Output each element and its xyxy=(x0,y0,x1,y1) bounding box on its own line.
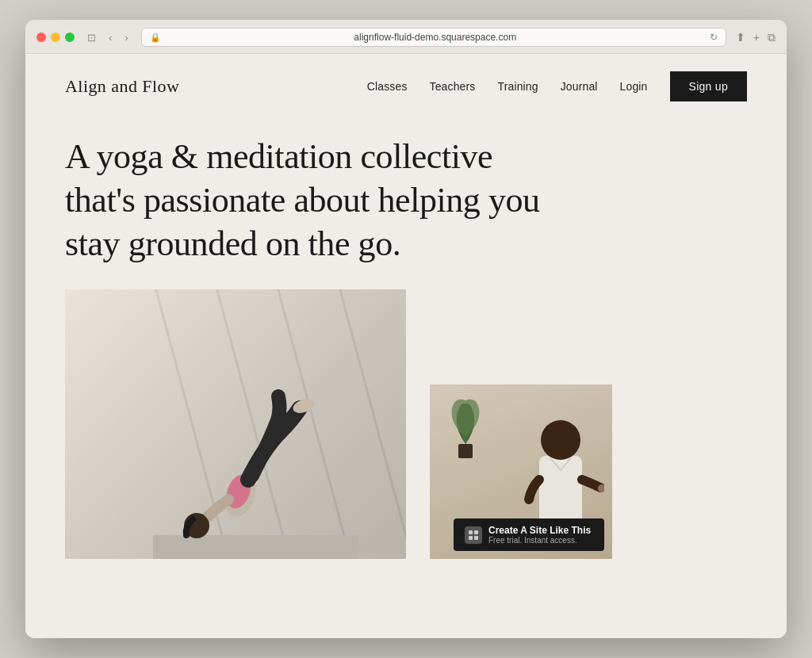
images-section: Create A Site Like This Free trial. Inst… xyxy=(25,289,787,638)
nav-links: Classes Teachers Training Journal Login … xyxy=(367,71,747,101)
nav-login[interactable]: Login xyxy=(620,80,648,93)
browser-window: ⊡ ‹ › 🔒 alignflow-fluid-demo.squarespace… xyxy=(25,20,787,638)
tabs-icon[interactable]: ⧉ xyxy=(768,31,776,44)
refresh-icon[interactable]: ↻ xyxy=(710,32,718,43)
hero-headline: A yoga & meditation collective that's pa… xyxy=(65,135,541,266)
signup-button[interactable]: Sign up xyxy=(670,71,747,101)
site-nav: Align and Flow Classes Teachers Training… xyxy=(25,54,787,119)
fullscreen-button[interactable] xyxy=(65,33,75,42)
close-button[interactable] xyxy=(36,33,46,42)
svg-rect-9 xyxy=(469,530,473,534)
minimize-button[interactable] xyxy=(51,33,60,42)
svg-point-7 xyxy=(541,420,580,460)
yoga-person-svg xyxy=(153,321,359,559)
squarespace-badge[interactable]: Create A Site Like This Free trial. Inst… xyxy=(454,518,604,551)
back-button[interactable]: ‹ xyxy=(105,30,115,45)
browser-navigation: ⊡ ‹ › xyxy=(84,30,132,45)
sidebar-toggle-icon[interactable]: ⊡ xyxy=(84,30,99,45)
site-logo[interactable]: Align and Flow xyxy=(65,76,179,97)
squarespace-logo-icon xyxy=(465,526,482,544)
badge-text: Create A Site Like This Free trial. Inst… xyxy=(488,525,591,545)
address-bar[interactable]: 🔒 alignflow-fluid-demo.squarespace.com ↻ xyxy=(141,28,726,47)
plant-svg xyxy=(438,388,493,460)
hero-section: A yoga & meditation collective that's pa… xyxy=(25,119,787,289)
nav-journal[interactable]: Journal xyxy=(561,80,598,93)
forward-button[interactable]: › xyxy=(121,30,131,45)
svg-rect-5 xyxy=(458,444,473,458)
url-text: alignflow-fluid-demo.squarespace.com xyxy=(166,32,705,43)
svg-rect-10 xyxy=(474,530,478,534)
browser-chrome: ⊡ ‹ › 🔒 alignflow-fluid-demo.squarespace… xyxy=(25,20,787,54)
traffic-lights xyxy=(36,33,75,42)
new-tab-icon[interactable]: + xyxy=(753,31,760,44)
meditation-image: Create A Site Like This Free trial. Inst… xyxy=(430,384,612,559)
svg-rect-6 xyxy=(539,456,582,527)
svg-rect-0 xyxy=(153,535,359,559)
badge-title: Create A Site Like This xyxy=(488,525,591,536)
browser-actions: ⬆ + ⧉ xyxy=(736,31,776,44)
svg-rect-12 xyxy=(474,536,478,540)
svg-rect-11 xyxy=(469,536,473,540)
yoga-scene-bg xyxy=(65,289,406,559)
nav-classes[interactable]: Classes xyxy=(367,80,408,93)
yoga-image xyxy=(65,289,406,559)
website-content: Align and Flow Classes Teachers Training… xyxy=(25,54,787,638)
nav-training[interactable]: Training xyxy=(497,80,538,93)
badge-subtitle: Free trial. Instant access. xyxy=(488,536,591,545)
lock-icon: 🔒 xyxy=(150,33,161,43)
nav-teachers[interactable]: Teachers xyxy=(430,80,476,93)
share-icon[interactable]: ⬆ xyxy=(736,31,745,44)
